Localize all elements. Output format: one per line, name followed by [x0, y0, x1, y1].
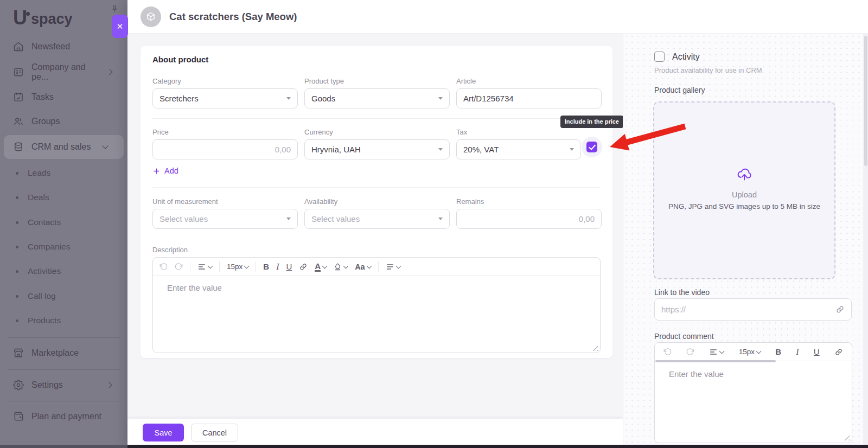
modal-close-button[interactable]: ✕ — [112, 15, 128, 38]
undo-icon[interactable] — [159, 263, 168, 271]
toolbar-separator — [378, 261, 379, 272]
activity-checkbox[interactable] — [654, 52, 665, 62]
availability-select[interactable]: Select values — [304, 209, 450, 229]
save-button[interactable]: Save — [143, 424, 184, 441]
vertical-scrollbar[interactable] — [863, 34, 868, 448]
about-product-card: About product Category Scretchers Produc… — [141, 46, 612, 358]
image-upload-dropzone[interactable]: Upload PNG, JPG and SVG images up to 5 M… — [653, 101, 835, 279]
toolbar-separator — [256, 261, 256, 272]
line-height-icon[interactable] — [709, 348, 724, 356]
font-size-select[interactable]: 15px — [739, 348, 761, 356]
category-select[interactable]: Scretchers — [152, 88, 298, 108]
sidebar-item-newsfeed[interactable]: Newsfeed — [0, 35, 127, 59]
align-icon[interactable] — [386, 263, 400, 271]
sidebar-subitem-activities[interactable]: Activities — [0, 259, 127, 283]
company-icon — [13, 67, 24, 78]
currency-value: Hryvnia, UAH — [311, 145, 438, 154]
sidebar-subitem-companies[interactable]: Companies — [0, 235, 127, 259]
sidebar-item-label: Settings — [31, 380, 63, 390]
product-avatar — [141, 7, 161, 27]
resize-handle[interactable] — [844, 434, 850, 440]
bullet-icon — [16, 172, 18, 175]
chevron-down-icon — [102, 143, 108, 149]
underline-button[interactable]: U — [814, 347, 820, 356]
product-type-label: Product type — [304, 77, 450, 85]
sidebar-item-label: Tasks — [31, 92, 54, 102]
chevron-down-icon — [208, 263, 213, 268]
package-icon — [145, 11, 156, 22]
comment-textarea[interactable]: Enter the value — [655, 361, 852, 443]
tax-select[interactable]: 20%, VAT — [456, 139, 581, 159]
text-case-button[interactable]: Aa — [355, 263, 371, 271]
category-value: Scretchers — [159, 94, 286, 103]
bold-button[interactable]: B — [263, 262, 269, 271]
video-link-input[interactable] — [661, 305, 835, 314]
video-link-label: Link to the video — [654, 288, 710, 297]
highlight-color-button[interactable] — [334, 263, 348, 271]
unit-label: Unit of measurement — [152, 197, 298, 206]
sidebar-item-groups[interactable]: Groups — [0, 110, 127, 133]
chevron-down-icon — [366, 263, 372, 268]
include-in-price-tooltip: Include in the price — [560, 116, 623, 128]
sidebar-item-settings[interactable]: Settings — [0, 373, 127, 397]
marketplace-icon — [13, 348, 24, 359]
redo-icon[interactable] — [175, 263, 183, 271]
include-in-price-checkbox[interactable] — [586, 142, 597, 152]
product-type-select[interactable]: Goods — [304, 88, 450, 108]
cancel-button[interactable]: Cancel — [191, 424, 238, 441]
sidebar-item-label: CRM and sales — [31, 142, 91, 152]
sidebar-item-company[interactable]: Company and pe... — [0, 60, 127, 84]
sidebar-subitem-call-log[interactable]: Call log — [0, 284, 127, 308]
bold-button[interactable]: B — [775, 347, 781, 356]
sidebar-subitem-deals[interactable]: Deals — [0, 185, 127, 209]
description-textarea[interactable]: Enter the value — [153, 276, 600, 353]
undo-icon[interactable] — [663, 348, 672, 356]
sidebar-item-label: Plan and payment — [31, 412, 101, 421]
app-root: U spacy Newsfeed Company and pe... Tasks… — [0, 0, 868, 448]
italic-button[interactable]: I — [796, 347, 799, 357]
remains-input[interactable] — [456, 209, 602, 229]
divider — [152, 187, 601, 188]
sidebar-subitem-contacts[interactable]: Contacts — [0, 210, 127, 234]
main-column: About product Category Scretchers Produc… — [127, 34, 623, 448]
scrollbar-thumb[interactable] — [864, 36, 867, 166]
pin-sidebar-icon[interactable] — [109, 4, 120, 15]
add-price-button[interactable]: Add — [152, 167, 178, 175]
video-link-field — [654, 298, 852, 321]
insert-link-icon[interactable] — [834, 348, 843, 356]
resize-handle[interactable] — [592, 345, 598, 351]
chevron-right-icon — [106, 382, 112, 388]
description-editor: 15px B I U A Aa Enter the value — [152, 257, 601, 353]
price-input[interactable] — [152, 139, 298, 159]
insert-link-icon[interactable] — [299, 263, 308, 271]
font-size-select[interactable]: 15px — [227, 263, 248, 271]
italic-button[interactable]: I — [276, 262, 279, 272]
comment-editor: 15px B I U Enter the value — [654, 342, 852, 443]
logo-text: spacy — [31, 9, 73, 29]
category-label: Category — [152, 77, 298, 85]
line-height-icon[interactable] — [197, 263, 212, 271]
sidebar-item-crm[interactable]: CRM and sales — [4, 135, 124, 159]
font-size-value: 15px — [227, 263, 242, 271]
activity-label: Activity — [672, 52, 700, 62]
chevron-down-icon — [244, 263, 250, 268]
text-color-button[interactable]: A — [315, 262, 327, 272]
redo-icon[interactable] — [686, 348, 694, 356]
underline-button[interactable]: U — [286, 262, 292, 271]
crm-icon — [13, 142, 24, 152]
unit-select[interactable]: Select values — [152, 209, 298, 229]
section-title: About product — [152, 55, 208, 64]
sidebar-subitem-products[interactable]: Products — [0, 309, 127, 332]
bottom-edge-bar — [0, 445, 127, 448]
sidebar-subitem-leads[interactable]: Leads — [0, 161, 127, 185]
currency-select[interactable]: Hryvnia, UAH — [304, 139, 450, 159]
groups-icon — [13, 116, 24, 127]
product-modal: Cat scratchers (Say Meow) About product … — [127, 0, 868, 448]
sidebar-item-tasks[interactable]: Tasks — [0, 85, 127, 109]
sidebar-subitem-label: Deals — [28, 193, 49, 202]
select-caret-icon — [286, 217, 291, 220]
article-input[interactable] — [456, 88, 602, 108]
sidebar-item-plan-payment[interactable]: Plan and payment — [0, 405, 127, 428]
unit-placeholder: Select values — [159, 214, 286, 223]
sidebar-item-marketplace[interactable]: Marketplace — [0, 341, 127, 365]
